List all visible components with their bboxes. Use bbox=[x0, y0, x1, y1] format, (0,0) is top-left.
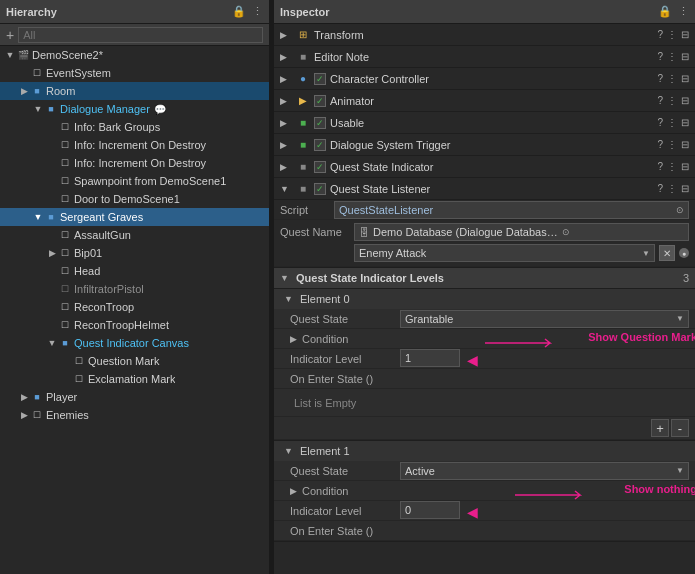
animator-checkbox[interactable]: ✓ bbox=[314, 95, 326, 107]
component-editor-note[interactable]: ▶ ■ Editor Note ? ⋮ ⊟ bbox=[274, 46, 695, 68]
dialogue-trigger-checkbox[interactable]: ✓ bbox=[314, 139, 326, 151]
usable-expand[interactable]: ⊟ bbox=[681, 117, 689, 128]
component-transform[interactable]: ▶ ⊞ Transform ? ⋮ ⊟ bbox=[274, 24, 695, 46]
expand-room[interactable] bbox=[18, 86, 30, 96]
tree-item-info-increment2[interactable]: ☐ Info: Increment On Destroy bbox=[0, 154, 269, 172]
component-quest-state-indicator[interactable]: ▶ ■ ✓ Quest State Indicator ? ⋮ ⊟ bbox=[274, 156, 695, 178]
element1-quest-state-dropdown[interactable]: Active bbox=[400, 462, 689, 480]
editor-note-help[interactable]: ? bbox=[657, 51, 663, 62]
expand-demoscene[interactable] bbox=[4, 50, 16, 60]
dialogue-trigger-settings[interactable]: ⋮ bbox=[667, 139, 677, 150]
char-controller-expand[interactable]: ⊟ bbox=[681, 73, 689, 84]
tree-item-recontrop[interactable]: ☐ ReconTroop bbox=[0, 298, 269, 316]
element0-remove-button[interactable]: - bbox=[671, 419, 689, 437]
recontroophelmet-icon: ☐ bbox=[58, 318, 72, 332]
tree-item-head[interactable]: ☐ Head bbox=[0, 262, 269, 280]
quest-listener-settings[interactable]: ⋮ bbox=[667, 183, 677, 194]
inspector-more-icon[interactable]: ⋮ bbox=[678, 5, 689, 18]
expand-dialogue-manager[interactable] bbox=[32, 104, 44, 114]
expand-bip01[interactable] bbox=[46, 248, 58, 258]
quest-db-field[interactable]: 🗄 Demo Database (Dialogue Databas… ⊙ bbox=[354, 223, 689, 241]
hierarchy-search-input[interactable] bbox=[18, 27, 263, 43]
transform-help[interactable]: ? bbox=[657, 29, 663, 40]
tree-item-enemies[interactable]: ☐ Enemies bbox=[0, 406, 269, 424]
char-controller-checkbox[interactable]: ✓ bbox=[314, 73, 326, 85]
animator-settings[interactable]: ⋮ bbox=[667, 95, 677, 106]
tree-item-assaultgun[interactable]: ☐ AssaultGun bbox=[0, 226, 269, 244]
expand-condition1[interactable]: ▶ bbox=[290, 486, 302, 496]
expand-quest-indicator[interactable]: ▶ bbox=[280, 162, 292, 172]
usable-settings[interactable]: ⋮ bbox=[667, 117, 677, 128]
expand-transform[interactable]: ▶ bbox=[280, 30, 292, 40]
element1-header[interactable]: ▼ Element 1 bbox=[274, 441, 695, 461]
tree-item-info-increment1[interactable]: ☐ Info: Increment On Destroy bbox=[0, 136, 269, 154]
expand-char-controller[interactable]: ▶ bbox=[280, 74, 292, 84]
expand-sergeant-graves[interactable] bbox=[32, 212, 44, 222]
element0-header[interactable]: ▼ Element 0 bbox=[274, 289, 695, 309]
tree-item-question-mark[interactable]: ☐ Question Mark bbox=[0, 352, 269, 370]
usable-help[interactable]: ? bbox=[657, 117, 663, 128]
expand-player[interactable] bbox=[18, 392, 30, 402]
tree-item-sergeant-graves[interactable]: ■ Sergeant Graves bbox=[0, 208, 269, 226]
tree-item-info-bark[interactable]: ☐ Info: Bark Groups bbox=[0, 118, 269, 136]
expand-animator[interactable]: ▶ bbox=[280, 96, 292, 106]
plus-icon[interactable]: + bbox=[6, 27, 14, 43]
component-dialogue-trigger[interactable]: ▶ ■ ✓ Dialogue System Trigger ? ⋮ ⊟ bbox=[274, 134, 695, 156]
transform-expand[interactable]: ⊟ bbox=[681, 29, 689, 40]
editor-note-expand[interactable]: ⊟ bbox=[681, 51, 689, 62]
element0-add-button[interactable]: + bbox=[651, 419, 669, 437]
dialogue-trigger-expand[interactable]: ⊟ bbox=[681, 139, 689, 150]
component-quest-state-listener[interactable]: ▼ ■ ✓ Quest State Listener ? ⋮ ⊟ bbox=[274, 178, 695, 200]
tree-item-bip01[interactable]: ☐ Bip01 bbox=[0, 244, 269, 262]
quest-listener-help[interactable]: ? bbox=[657, 183, 663, 194]
expand-quest-indicator-canvas[interactable] bbox=[46, 338, 58, 348]
tree-item-room[interactable]: ■ Room bbox=[0, 82, 269, 100]
usable-checkbox[interactable]: ✓ bbox=[314, 117, 326, 129]
char-controller-settings[interactable]: ⋮ bbox=[667, 73, 677, 84]
quest-indicator-help[interactable]: ? bbox=[657, 161, 663, 172]
expand-editor-note[interactable]: ▶ bbox=[280, 52, 292, 62]
animator-expand[interactable]: ⊟ bbox=[681, 95, 689, 106]
quest-dot-button[interactable]: ● bbox=[679, 248, 689, 258]
expand-condition0[interactable]: ▶ bbox=[290, 334, 302, 344]
inspector-lock-icon[interactable]: 🔒 bbox=[658, 5, 672, 18]
tree-item-eventsystem[interactable]: ☐ EventSystem bbox=[0, 64, 269, 82]
component-animator[interactable]: ▶ ▶ ✓ Animator ? ⋮ ⊟ bbox=[274, 90, 695, 112]
expand-element1[interactable]: ▼ bbox=[284, 446, 296, 456]
tree-item-recontroophelmet[interactable]: ☐ ReconTroopHelmet bbox=[0, 316, 269, 334]
element0-indicator-level-input[interactable] bbox=[400, 349, 460, 367]
animator-help[interactable]: ? bbox=[657, 95, 663, 106]
tree-item-player[interactable]: ■ Player bbox=[0, 388, 269, 406]
element1-indicator-level-input[interactable] bbox=[400, 501, 460, 519]
element0-quest-state-dropdown[interactable]: Grantable bbox=[400, 310, 689, 328]
quest-clear-button[interactable]: ✕ bbox=[659, 245, 675, 261]
quest-listener-checkbox[interactable]: ✓ bbox=[314, 183, 326, 195]
char-controller-help[interactable]: ? bbox=[657, 73, 663, 84]
tree-item-quest-indicator-canvas[interactable]: ■ Quest Indicator Canvas bbox=[0, 334, 269, 352]
expand-element0[interactable]: ▼ bbox=[284, 294, 296, 304]
quest-select-dropdown[interactable]: Enemy Attack ▼ bbox=[354, 244, 655, 262]
tree-item-exclamation-mark[interactable]: ☐ Exclamation Mark bbox=[0, 370, 269, 388]
quest-listener-expand[interactable]: ⊟ bbox=[681, 183, 689, 194]
quest-indicator-settings[interactable]: ⋮ bbox=[667, 161, 677, 172]
tree-item-infiltratorpistol[interactable]: ☐ InfiltratorPistol bbox=[0, 280, 269, 298]
more-icon[interactable]: ⋮ bbox=[252, 5, 263, 18]
dialogue-trigger-help[interactable]: ? bbox=[657, 139, 663, 150]
tree-item-dialogue-manager[interactable]: ■ Dialogue Manager 💬 bbox=[0, 100, 269, 118]
tree-item-spawnpoint[interactable]: ☐ Spawnpoint from DemoScene1 bbox=[0, 172, 269, 190]
transform-settings[interactable]: ⋮ bbox=[667, 29, 677, 40]
expand-usable[interactable]: ▶ bbox=[280, 118, 292, 128]
editor-note-settings[interactable]: ⋮ bbox=[667, 51, 677, 62]
quest-indicator-expand[interactable]: ⊟ bbox=[681, 161, 689, 172]
lock-icon[interactable]: 🔒 bbox=[232, 5, 246, 18]
component-usable[interactable]: ▶ ■ ✓ Usable ? ⋮ ⊟ bbox=[274, 112, 695, 134]
tree-item-demoscene[interactable]: 🎬 DemoScene2* bbox=[0, 46, 269, 64]
expand-enemies[interactable] bbox=[18, 410, 30, 420]
tree-item-door[interactable]: ☐ Door to DemoScene1 bbox=[0, 190, 269, 208]
script-value-field[interactable]: QuestStateListener ⊙ bbox=[334, 201, 689, 219]
expand-dialogue-trigger[interactable]: ▶ bbox=[280, 140, 292, 150]
component-character-controller[interactable]: ▶ ● ✓ Character Controller ? ⋮ ⊟ bbox=[274, 68, 695, 90]
expand-quest-listener[interactable]: ▼ bbox=[280, 184, 292, 194]
expand-quest-levels[interactable]: ▼ bbox=[280, 273, 292, 283]
quest-indicator-checkbox[interactable]: ✓ bbox=[314, 161, 326, 173]
